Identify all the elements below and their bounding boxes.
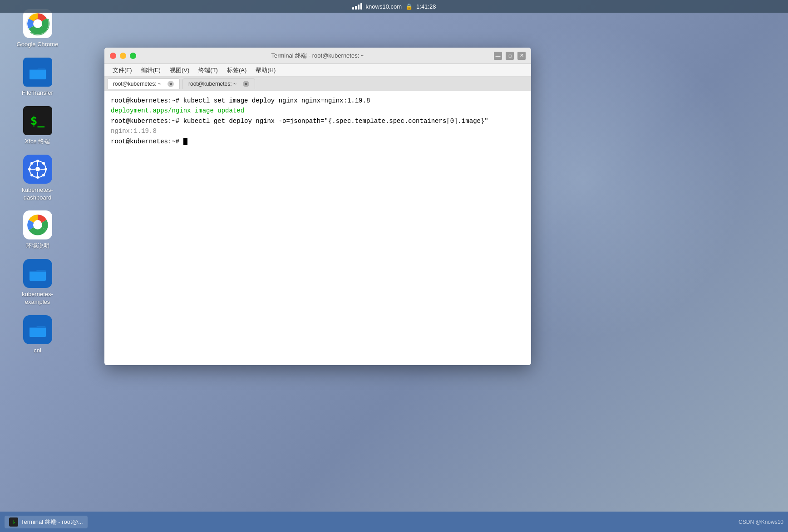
cni-label: cni xyxy=(34,347,41,355)
menu-help[interactable]: 帮助(H) xyxy=(252,65,279,75)
window-controls xyxy=(110,53,136,59)
cni-icon xyxy=(23,315,52,344)
desktop-icon-env-desc[interactable]: 环境说明 xyxy=(10,210,65,250)
os-menubar-center: knows10.com 🔒 1:41:28 xyxy=(352,3,436,10)
svg-point-12 xyxy=(30,174,33,176)
env-label: 环境说明 xyxy=(26,242,49,250)
svg-point-7 xyxy=(36,176,39,179)
menu-file[interactable]: 文件(F) xyxy=(109,65,136,75)
svg-point-8 xyxy=(28,168,31,171)
close-action-btn[interactable]: ✕ xyxy=(517,52,526,60)
desktop-icon-cni[interactable]: cni xyxy=(10,315,65,355)
desktop-icon-google-chrome[interactable]: Google Chrome xyxy=(10,9,65,49)
taskbar-terminal-icon: $ xyxy=(9,517,18,527)
menu-view[interactable]: 视图(V) xyxy=(166,65,193,75)
terminal-line-5: root@kubernetes:~# xyxy=(111,137,525,146)
close-button[interactable] xyxy=(110,53,116,59)
url-display: knows10.com xyxy=(366,3,402,10)
xfce-terminal-icon: $_ xyxy=(23,106,52,135)
minimize-action-btn[interactable]: — xyxy=(494,52,502,60)
tab-2-label: root@kubernetes: ~ xyxy=(188,81,236,87)
taskbar: $ Terminal 终端 - root@... CSDN @Knows10 xyxy=(0,512,788,532)
signal-bar-3 xyxy=(358,5,360,10)
k8s-examples-icon xyxy=(23,259,52,288)
minimize-button[interactable] xyxy=(120,53,126,59)
kubernetes-icon xyxy=(23,155,52,184)
xfce-terminal-label: Xfce 终端 xyxy=(25,138,50,146)
os-menubar: knows10.com 🔒 1:41:28 xyxy=(0,0,788,13)
k8s-svg xyxy=(27,159,48,180)
terminal-line-1: root@kubernetes:~# kubectl set image dep… xyxy=(111,96,525,106)
tab-1-close[interactable]: ✕ xyxy=(167,81,174,87)
svg-rect-4 xyxy=(30,67,38,69)
svg-point-11 xyxy=(42,162,45,165)
terminal-tab-1[interactable]: root@kubernetes: ~ ✕ xyxy=(107,78,180,89)
svg-point-6 xyxy=(36,160,39,162)
desktop: knows10.com 🔒 1:41:28 xyxy=(0,0,788,532)
window-actions: — ◻ ✕ xyxy=(494,52,526,60)
terminal-menubar: 文件(F) 编辑(E) 视图(V) 终端(T) 标签(A) 帮助(H) xyxy=(104,64,531,77)
tab-2-close[interactable]: ✕ xyxy=(243,81,249,87)
terminal-title: Terminal 终端 - root@kubernetes: ~ xyxy=(271,52,364,60)
chrome-svg xyxy=(26,12,49,35)
env-chrome-svg xyxy=(26,213,49,237)
svg-point-20 xyxy=(33,221,42,230)
menu-tab[interactable]: 标签(A) xyxy=(223,65,250,75)
desktop-icon-xfce-terminal[interactable]: $_ Xfce 终端 xyxy=(10,106,65,146)
maximize-button[interactable] xyxy=(130,53,136,59)
terminal-line-4: nginx:1.19.8 xyxy=(111,126,525,136)
filetransfer-icon xyxy=(23,58,52,87)
tab-1-label: root@kubernetes: ~ xyxy=(113,81,161,87)
watermark: CSDN @Knows10 xyxy=(739,519,783,525)
svg-point-9 xyxy=(44,168,47,171)
terminal-line-2: deployment.apps/nginx image updated xyxy=(111,106,525,116)
filetransfer-label: FileTransfer xyxy=(22,89,53,97)
svg-point-10 xyxy=(30,162,33,165)
menu-edit[interactable]: 编辑(E) xyxy=(138,65,164,75)
restore-action-btn[interactable]: ◻ xyxy=(506,52,514,60)
chrome-icon xyxy=(23,9,52,38)
env-icon xyxy=(23,210,52,239)
desktop-icons: Google Chrome FileTransfer $_ Xfce 终端 xyxy=(0,0,75,512)
svg-point-13 xyxy=(42,174,45,176)
desktop-icon-kubernetes-examples[interactable]: kubernetes-examples xyxy=(10,259,65,306)
folder-svg xyxy=(29,63,47,81)
chrome-label: Google Chrome xyxy=(17,41,59,49)
kubernetes-dashboard-label: kubernetes-dashboard xyxy=(22,186,53,202)
terminal-tabbar: root@kubernetes: ~ ✕ root@kubernetes: ~ … xyxy=(104,77,531,91)
desktop-icon-filetransfer[interactable]: FileTransfer xyxy=(10,58,65,97)
terminal-line-3: root@kubernetes:~# kubectl get deploy ng… xyxy=(111,116,525,126)
terminal-content[interactable]: root@kubernetes:~# kubectl set image dep… xyxy=(104,91,531,365)
desktop-icon-kubernetes-dashboard[interactable]: kubernetes-dashboard xyxy=(10,155,65,202)
signal-bar-1 xyxy=(352,7,354,10)
terminal-window: Terminal 终端 - root@kubernetes: ~ — ◻ ✕ 文… xyxy=(104,48,531,365)
svg-rect-22 xyxy=(30,268,37,271)
svg-point-2 xyxy=(33,19,42,28)
time-display: 1:41:28 xyxy=(416,3,436,10)
terminal-cursor xyxy=(183,138,187,145)
terminal-tab-2[interactable]: root@kubernetes: ~ ✕ xyxy=(182,78,255,89)
terminal-titlebar: Terminal 终端 - root@kubernetes: ~ — ◻ ✕ xyxy=(104,48,531,64)
signal-icon xyxy=(352,3,362,10)
k8s-examples-label: kubernetes-examples xyxy=(22,291,53,306)
signal-bar-2 xyxy=(355,6,357,10)
svg-rect-24 xyxy=(30,324,37,327)
signal-bar-4 xyxy=(360,3,362,10)
taskbar-terminal-item[interactable]: $ Terminal 终端 - root@... xyxy=(5,516,88,528)
svg-point-19 xyxy=(35,167,40,171)
lock-icon: 🔒 xyxy=(405,3,413,10)
taskbar-terminal-label: Terminal 终端 - root@... xyxy=(21,518,83,526)
k8s-examples-folder-svg xyxy=(29,264,47,283)
menu-terminal[interactable]: 终端(T) xyxy=(195,65,222,75)
cni-folder-svg xyxy=(29,321,47,339)
